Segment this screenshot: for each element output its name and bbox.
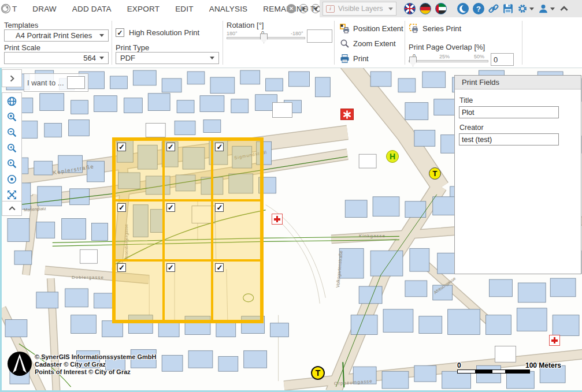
language-arabic-icon[interactable] xyxy=(435,3,447,14)
series-print-label: Series Print xyxy=(422,24,461,33)
print-label: Print xyxy=(353,54,369,63)
overview-map-button[interactable] xyxy=(6,95,18,107)
street-label: Doblergasse xyxy=(72,275,104,280)
next-extent-button[interactable] xyxy=(6,158,18,169)
print-page-cell[interactable]: ✓ xyxy=(114,200,164,261)
overlap-input[interactable] xyxy=(491,53,514,66)
page-checkbox[interactable]: ✓ xyxy=(215,203,224,212)
zoom-out-button[interactable] xyxy=(6,126,18,138)
center-map-button[interactable] xyxy=(6,173,18,185)
expand-sidebar-button[interactable] xyxy=(2,69,22,87)
chevron-down-icon xyxy=(99,57,104,59)
previous-extent-button[interactable] xyxy=(6,142,18,154)
page-checkbox[interactable]: ✓ xyxy=(117,143,126,151)
rotation-slider-thumb[interactable] xyxy=(260,33,268,43)
page-checkbox[interactable]: ✓ xyxy=(215,143,224,151)
series-print-icon xyxy=(409,24,419,33)
creator-input[interactable] xyxy=(459,133,559,145)
i-want-to-input[interactable] xyxy=(67,76,85,89)
language-german-icon[interactable] xyxy=(420,3,431,14)
overlap-slider-thumb[interactable] xyxy=(409,57,417,66)
overflow-tab[interactable]: T xyxy=(12,5,17,13)
position-extent-label: Position Extent xyxy=(353,24,403,33)
visible-layers-dropdown[interactable]: i Visible Layers xyxy=(322,2,396,16)
night-mode-icon[interactable] xyxy=(457,3,469,14)
zoom-extent-button[interactable]: Zoom Extent xyxy=(340,38,396,49)
settings-menu[interactable] xyxy=(517,3,534,14)
print-page-cell[interactable]: ✓ xyxy=(114,140,164,200)
print-page-cell[interactable]: ✓ xyxy=(212,260,261,321)
print-type-dropdown[interactable]: PDF xyxy=(116,52,219,64)
collapse-toolbar-icon[interactable] xyxy=(559,3,569,14)
scroll-tabs-left-icon[interactable] xyxy=(1,3,11,14)
rotation-label: Rotation [°] xyxy=(227,21,264,29)
templates-dropdown[interactable]: A4 Portrait Print Series xyxy=(4,29,109,42)
print-button[interactable]: Print xyxy=(340,53,369,64)
tab-edit[interactable]: EDIT xyxy=(175,5,194,13)
overlap-label: Print Page Overlap [%] xyxy=(409,43,485,51)
tab-draw[interactable]: DRAW xyxy=(32,5,57,13)
share-link-icon[interactable] xyxy=(488,3,499,14)
red-cross-marker[interactable] xyxy=(272,214,283,225)
zoom-extent-label: Zoom Extent xyxy=(353,39,396,48)
page-checkbox[interactable]: ✓ xyxy=(215,263,224,272)
rotation-input[interactable] xyxy=(307,29,332,43)
close-panel-icon[interactable]: ✕ xyxy=(287,4,296,13)
tab-export[interactable]: EXPORT xyxy=(127,5,160,13)
red-cross-marker[interactable] xyxy=(549,335,560,346)
chevron-down-icon xyxy=(529,8,534,10)
tab-add-data[interactable]: ADD DATA xyxy=(72,5,112,13)
collapse-tool-strip-button[interactable] xyxy=(2,201,22,216)
save-icon[interactable] xyxy=(503,3,513,14)
high-res-checkbox[interactable]: ✓ xyxy=(116,28,124,37)
pharmacy-marker[interactable] xyxy=(340,109,354,120)
i-want-to-label: I want to ... xyxy=(27,79,64,87)
print-page-cell[interactable]: ✓ xyxy=(164,200,213,261)
north-arrow-compass xyxy=(7,351,32,376)
target-icon xyxy=(6,174,17,185)
print-scale-dropdown[interactable]: 564 xyxy=(4,52,109,64)
tab-controls: ✕ xyxy=(287,0,320,17)
tab-analysis[interactable]: ANALYSIS xyxy=(209,5,248,13)
i-want-to-widget[interactable]: I want to ... xyxy=(24,73,88,92)
map-viewport[interactable]: Keplerstraße Sigmundstadl Marienplatz Ni… xyxy=(0,68,582,392)
hospital-marker[interactable]: H xyxy=(386,150,399,163)
user-menu[interactable] xyxy=(538,3,555,14)
scale-bar-segments xyxy=(457,369,530,374)
attribution-line: © SynerGIS Informationssysteme GmbH xyxy=(35,353,156,361)
high-res-checkbox-row[interactable]: ✓ High Resolution Print xyxy=(116,28,199,37)
chevron-down-icon xyxy=(550,8,555,10)
chevron-up-icon xyxy=(8,204,17,213)
title-label: Title xyxy=(459,96,577,104)
print-page-cell[interactable]: ✓ xyxy=(164,140,213,200)
page-checkbox[interactable]: ✓ xyxy=(117,263,126,272)
play-circle-icon[interactable] xyxy=(299,4,308,13)
top-right-icons: ? xyxy=(404,3,569,14)
print-page-cell[interactable]: ✓ xyxy=(212,140,261,200)
visible-layers-label: Visible Layers xyxy=(338,5,385,13)
print-page-cell[interactable]: ✓ xyxy=(164,260,213,321)
series-print-button[interactable]: Series Print xyxy=(409,23,461,34)
magnifier-icon xyxy=(340,39,350,48)
position-extent-button[interactable]: Position Extent xyxy=(340,23,403,34)
previous-extent-icon xyxy=(6,143,17,154)
zoom-in-button[interactable] xyxy=(6,111,18,122)
print-fields-header[interactable]: Print Fields xyxy=(455,76,581,89)
taxi-marker[interactable]: T xyxy=(429,167,441,180)
title-input[interactable] xyxy=(459,106,559,118)
print-page-cell[interactable]: ✓ xyxy=(114,260,164,321)
help-icon[interactable]: ? xyxy=(473,3,484,14)
print-series-grid[interactable]: ✓ ✓ ✓ ✓ ✓ ✓ ✓ ✓ ✓ xyxy=(112,137,264,323)
page-checkbox[interactable]: ✓ xyxy=(166,143,175,151)
taxi-marker[interactable]: T xyxy=(311,366,325,380)
language-english-icon[interactable] xyxy=(404,3,416,14)
info-bubble-icon: i xyxy=(326,5,335,13)
print-scale-label: Print Scale xyxy=(4,43,40,52)
print-page-cell[interactable]: ✓ xyxy=(212,200,261,261)
page-checkbox[interactable]: ✓ xyxy=(166,263,175,272)
full-extent-button[interactable] xyxy=(6,189,18,200)
page-checkbox[interactable]: ✓ xyxy=(117,203,126,212)
overlap-slider-track[interactable] xyxy=(409,60,488,62)
page-checkbox[interactable]: ✓ xyxy=(166,203,175,212)
dropdown-circle-icon[interactable] xyxy=(311,4,320,13)
